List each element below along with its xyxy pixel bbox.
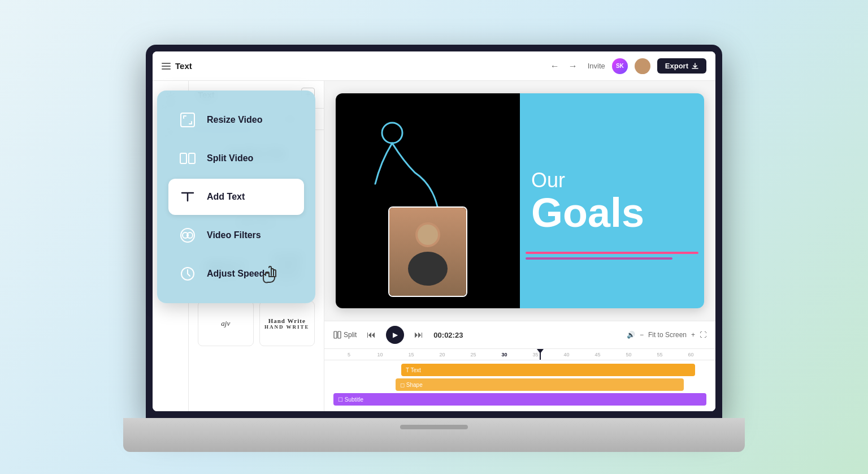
user-photo-avatar [635, 58, 650, 74]
svg-point-5 [408, 252, 448, 286]
menu-item-addtext[interactable]: Add Text [168, 179, 304, 215]
canvas-lines [526, 252, 698, 263]
menu-item-split[interactable]: Split Video [168, 140, 304, 176]
canvas-our-text: Our [531, 169, 565, 192]
pink-line-1 [526, 252, 698, 254]
floating-menu: Resize Video Split Video Add Text [157, 91, 315, 303]
panel-title: Text [175, 61, 192, 71]
menu-item-speed[interactable]: Adjust Speed [168, 256, 304, 292]
svg-rect-12 [189, 153, 195, 163]
template-4[interactable]: Hand Write HAND WRITE [259, 301, 315, 346]
play-button[interactable]: ▶ [386, 326, 404, 344]
zoom-plus[interactable]: + [691, 331, 695, 339]
timeline-ruler: 5 10 15 20 25 30 35 40 45 50 [324, 349, 715, 360]
expand-icon[interactable]: ⛶ [700, 331, 706, 339]
split-button[interactable]: Split [333, 331, 357, 339]
canvas-left [336, 93, 520, 308]
playback-bar: Split ⏮ ▶ ⏭ 00:02:23 🔊 − Fit to Screen [324, 321, 715, 349]
playhead-line [540, 349, 541, 360]
template-3[interactable]: ajv [198, 301, 254, 346]
export-button[interactable]: Export [657, 58, 706, 74]
canvas-area: Our Goals [324, 81, 715, 411]
fit-to-screen-label: Fit to Screen [648, 331, 687, 339]
laptop-base [123, 418, 745, 452]
canvas-goals-text: Goals [531, 192, 644, 233]
redo-button[interactable]: → [565, 58, 581, 74]
time-display: 00:02:23 [433, 331, 463, 339]
split-video-icon [177, 148, 198, 169]
canvas-viewport: Our Goals [324, 81, 715, 321]
adjust-speed-icon [177, 264, 198, 284]
skip-back-button[interactable]: ⏮ [363, 327, 379, 343]
track-shape[interactable]: ◻ Shape [396, 378, 684, 391]
video-filters-icon [177, 225, 198, 245]
menu-item-filters[interactable]: Video Filters [168, 217, 304, 253]
resize-icon [177, 110, 198, 130]
skip-forward-button[interactable]: ⏭ [411, 327, 427, 343]
cursor-hand [261, 265, 281, 292]
svg-point-1 [637, 69, 648, 74]
menu-item-resize[interactable]: Resize Video [168, 102, 304, 138]
svg-point-0 [639, 61, 646, 67]
ruler-marks: 5 10 15 20 25 30 35 40 45 50 [333, 352, 706, 357]
stick-figure-svg [358, 116, 449, 218]
timeline-tracks: T Text ◻ Shape ☐ Subtitle [324, 360, 715, 409]
timeline-right: 🔊 − Fit to Screen + ⛶ [627, 331, 706, 339]
volume-icon[interactable]: 🔊 [627, 331, 635, 339]
pink-line-2 [526, 257, 672, 260]
add-text-icon [177, 187, 198, 207]
zoom-minus[interactable]: − [640, 331, 644, 339]
svg-rect-9 [338, 331, 341, 338]
header-right: ← → Invite SK Export [547, 58, 706, 74]
svg-point-3 [382, 123, 402, 143]
canvas-right: Our Goals [520, 93, 704, 308]
undo-button[interactable]: ← [547, 58, 563, 74]
svg-rect-8 [334, 331, 337, 338]
header-left: Text [162, 61, 192, 71]
svg-point-7 [420, 226, 436, 239]
video-canvas: Our Goals [336, 93, 704, 308]
invite-button[interactable]: Invite [588, 62, 605, 70]
app-header: Text ← → Invite SK Export [153, 51, 715, 81]
playhead-arrow [537, 349, 544, 354]
person-photo [388, 206, 467, 297]
hamburger-icon[interactable] [162, 63, 171, 70]
track-text[interactable]: T Text [401, 364, 695, 376]
timeline: Split ⏮ ▶ ⏭ 00:02:23 🔊 − Fit to Screen [324, 321, 715, 411]
svg-rect-10 [181, 113, 194, 127]
undo-redo-group: ← → [547, 58, 581, 74]
track-subtitle[interactable]: ☐ Subtitle [333, 393, 706, 406]
svg-rect-11 [180, 153, 186, 163]
user-initials-avatar: SK [612, 58, 628, 74]
